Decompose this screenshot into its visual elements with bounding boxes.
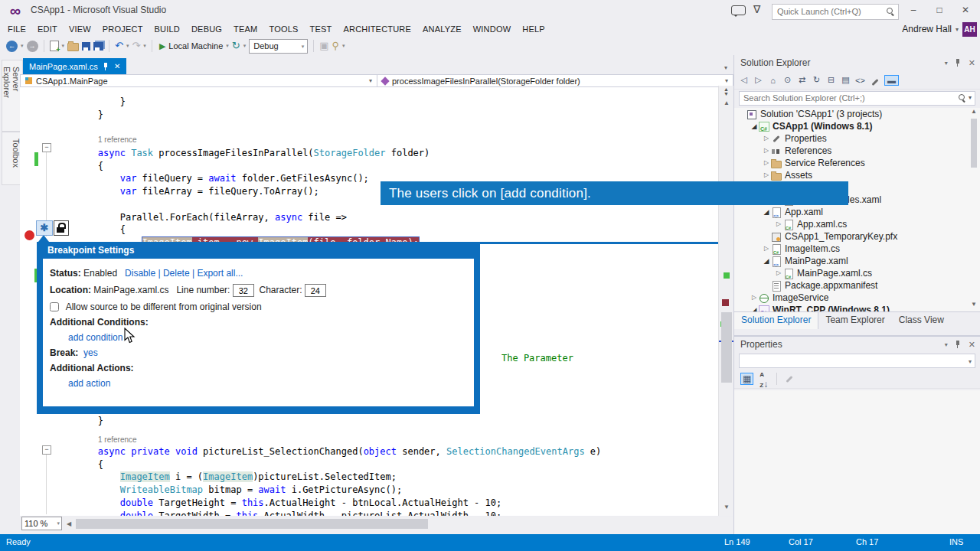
pending-changes-filter-icon[interactable]: ⊙ [782,75,792,85]
solution-explorer-header[interactable]: Solution Explorer ▾ ✕ [734,55,980,71]
chevron-down-icon[interactable]: ▾ [969,94,972,101]
start-debugging-button[interactable]: ▶ Local Machine ▾ [159,41,229,51]
wrench-icon[interactable] [870,76,880,85]
scroll-left-icon[interactable]: ◀ [67,520,71,527]
tree-item-service-references[interactable]: ▷Service References [734,157,980,169]
tree-item-app-xaml-cs[interactable]: ▷App.xaml.cs [734,218,980,230]
collapsed-arrow-icon[interactable]: ▷ [750,292,759,304]
tree-item-winrt-cpp-windows-8-1[interactable]: ◢WinRT_CPP (Windows 8.1) [734,304,980,311]
properties-object-select[interactable]: ▾ [739,354,975,368]
add-action-link[interactable]: add action [68,378,110,389]
new-item-icon[interactable] [50,41,59,51]
tree-item-app-xaml[interactable]: ◢App.xaml [734,206,980,218]
feedback-bubble-icon[interactable] [731,5,746,15]
chevron-down-icon[interactable]: ▾ [62,43,65,49]
save-icon[interactable] [82,42,90,51]
tree-item-properties[interactable]: ▷Properties [734,132,980,145]
collapsed-arrow-icon[interactable]: ▷ [762,145,771,157]
tool-tab-team-explorer[interactable]: Team Explorer [818,312,891,329]
collapsed-arrow-icon[interactable]: ▷ [762,243,771,255]
zoom-select[interactable]: 110 % ▾ [21,517,62,530]
collapse-all-icon[interactable]: ⊟ [826,75,836,85]
scrollbar-thumb[interactable] [721,312,732,383]
redo-icon[interactable]: ↷ [132,40,140,52]
tree-item-csapp1-windows-8-1[interactable]: ◢CSApp1 (Windows 8.1) [734,120,980,132]
tree-item-assets[interactable]: ▷Assets [734,169,980,181]
menu-architecture[interactable]: ARCHITECTURE [343,21,411,37]
quick-launch-input[interactable]: Quick Launch (Ctrl+Q) [772,4,899,20]
menu-tools[interactable]: TOOLS [269,21,298,37]
undo-icon[interactable]: ↶ [115,40,123,52]
member-dropdown[interactable]: processImageFilesInParallel(StorageFolde… [377,75,733,86]
tree-item-csapp1-temporarykey-pfx[interactable]: CSApp1_TemporaryKey.pfx [734,230,980,243]
close-icon[interactable]: ✕ [969,337,975,353]
notifications-flag-icon[interactable]: ∇ [753,3,760,15]
collapsed-arrow-icon[interactable]: ▷ [774,267,783,279]
export-all-link[interactable]: Export all... [197,268,243,279]
editor-vertical-scrollbar[interactable]: ▲▼ ▲ ▼ [718,86,734,516]
tree-item-mainpage-xaml-cs[interactable]: ▷MainPage.xaml.cs [734,267,980,279]
tree-item-references[interactable]: ▷References [734,145,980,157]
collapsed-arrow-icon[interactable]: ▷ [762,132,771,145]
alphabetical-sort-icon[interactable]: AZ↓ [760,368,768,390]
menu-window[interactable]: WINDOW [473,21,511,37]
chevron-down-icon[interactable]: ▾ [126,43,129,49]
refresh-icon[interactable]: ↻ [812,75,822,85]
tool-tab-solution-explorer[interactable]: Solution Explorer [734,312,818,329]
minimize-button[interactable]: – [902,2,925,18]
navigate-forward-icon[interactable]: ▷ [753,75,763,85]
tree-item-imageservice[interactable]: ▷ImageService [734,292,980,304]
document-tab[interactable]: MainPage.xaml.cs ✕ [23,58,126,74]
collapsed-arrow-icon[interactable]: ▷ [774,218,783,230]
expanded-arrow-icon[interactable]: ◢ [750,120,759,132]
tool-tab-class-view[interactable]: Class View [892,312,951,329]
fold-toggle[interactable]: − [42,445,51,455]
navigate-back-icon[interactable]: ◁ [739,75,749,85]
categorized-view-icon[interactable]: ▦ [740,373,753,385]
chevron-down-icon[interactable]: ▾ [945,337,948,353]
scroll-down-icon[interactable]: ▼ [969,301,978,308]
expanded-arrow-icon[interactable]: ◢ [762,255,771,267]
pin-icon[interactable] [956,341,961,349]
break-value[interactable]: yes [83,347,98,358]
pin-icon[interactable] [103,63,109,70]
pin-icon[interactable] [956,59,961,67]
find-in-files-icon[interactable]: ⚲ [332,40,340,52]
collapsed-arrow-icon[interactable]: ▷ [762,169,771,181]
chevron-down-icon[interactable]: ▾ [243,43,247,49]
solution-explorer-search-input[interactable]: Search Solution Explorer (Ctrl+;) ▾ [739,91,975,106]
scroll-up-icon[interactable]: ▲ [969,108,978,115]
gear-icon[interactable]: ✱ [36,220,53,236]
breakpoint-dot[interactable] [24,230,34,240]
allow-source-checkbox[interactable] [50,302,59,311]
tree-item-imageitem-cs[interactable]: ▷ImageItem.cs [734,243,980,255]
view-code-icon[interactable]: <> [855,76,865,85]
chevron-down-icon[interactable]: ▾ [21,43,24,49]
close-button[interactable]: ✕ [954,2,977,18]
add-condition-link[interactable]: add condition [68,332,122,343]
disable-link[interactable]: Disable [125,268,155,279]
chevron-down-icon[interactable]: ▾ [143,43,146,49]
scroll-up-icon[interactable]: ▲ [719,99,734,106]
collapsed-arrow-icon[interactable]: ▷ [762,157,771,169]
refresh-icon[interactable]: ↻ [232,40,240,52]
close-icon[interactable]: ✕ [114,62,120,70]
chevron-down-icon[interactable]: ▾ [945,55,948,71]
navigate-forward-button[interactable]: → [27,41,38,52]
menu-view[interactable]: VIEW [69,21,91,37]
fold-toggle[interactable]: − [42,143,51,152]
sync-with-active-document-icon[interactable]: ⇄ [797,75,807,85]
character-input[interactable] [305,284,326,297]
maximize-button[interactable]: □ [928,2,951,18]
properties-header[interactable]: Properties ▾ ✕ [734,337,980,353]
home-icon[interactable]: ⌂ [768,76,778,85]
properties-window-icon[interactable]: ▤ [841,75,851,85]
scrollbar-thumb[interactable] [76,519,428,529]
type-dropdown[interactable]: CSApp1.MainPage ▾ [21,75,377,86]
menu-build[interactable]: BUILD [155,21,180,37]
preview-selected-items-icon[interactable]: ▬ [884,75,899,86]
expanded-arrow-icon[interactable]: ◢ [762,206,771,218]
user-area[interactable]: Andrew Hall ▾ AH [902,21,977,37]
tree-scrollbar[interactable]: ▲ ▼ [969,108,978,310]
split-editor-grip[interactable]: ▲▼ [721,87,731,96]
